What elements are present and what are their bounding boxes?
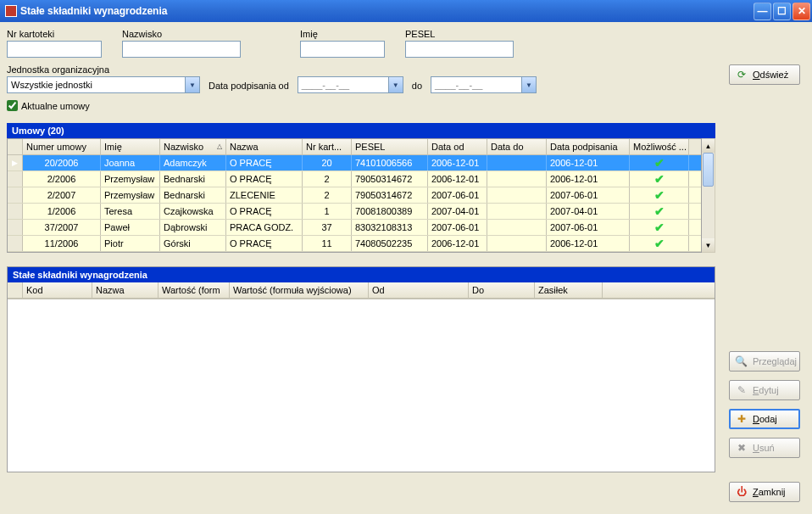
aktualne-umowy-checkbox[interactable] (7, 100, 18, 111)
scroll-down-icon[interactable]: ▼ (702, 238, 715, 252)
col-nazwisko[interactable]: Nazwisko△ (160, 139, 226, 154)
col-imie[interactable]: Imię (101, 139, 160, 154)
refresh-button[interactable]: ⟳ Odśwież (729, 64, 800, 85)
refresh-icon: ⟳ (735, 69, 748, 81)
delete-button: ✖ Usuń (729, 438, 800, 458)
checkmark-icon: ✔ (654, 221, 665, 234)
col-zasilek[interactable]: Zasiłek (535, 282, 603, 298)
edit-icon: ✎ (735, 384, 748, 397)
maximize-button[interactable]: ☐ (773, 3, 791, 20)
checkmark-icon: ✔ (654, 188, 665, 202)
window-title: Stałe składniki wynagrodzenia (20, 5, 167, 17)
imie-input[interactable] (300, 41, 385, 58)
jednostka-combo[interactable]: Wszystkie jednostki ▼ (7, 76, 200, 93)
checkmark-icon: ✔ (654, 237, 665, 250)
add-button[interactable]: ✚ Dodaj (729, 409, 800, 429)
chevron-down-icon: ▼ (388, 77, 403, 92)
col-numer[interactable]: Numer umowy (23, 139, 101, 154)
skladniki-header: Stałe składniki wynagrodzenia (8, 267, 715, 282)
nr-kartoteki-input[interactable] (7, 41, 102, 58)
refresh-label-rest: dśwież (760, 70, 789, 80)
umowy-header: Umowy (20) (7, 123, 715, 138)
imie-label: Imię (300, 29, 385, 39)
table-row[interactable]: 37/2007PawełDąbrowskiPRACA GODZ.37830321… (8, 220, 701, 236)
col-kod[interactable]: Kod (23, 282, 92, 298)
table-row[interactable]: 11/2006PiotrGórskiO PRACĘ117408050223520… (8, 236, 701, 252)
chevron-down-icon: ▼ (521, 77, 536, 92)
date-do-combo[interactable]: ____-__-__ ▼ (431, 76, 537, 93)
view-icon: 🔍 (735, 355, 748, 368)
umowy-grid[interactable]: Numer umowy Imię Nazwisko△ Nazwa Nr kart… (7, 138, 702, 253)
app-icon (5, 5, 17, 17)
date-do-label: do (412, 81, 422, 93)
app-window: Stałe składniki wynagrodzenia — ☐ ✕ Nr k… (0, 0, 812, 514)
checkmark-icon: ✔ (654, 172, 665, 186)
col-data-podp[interactable]: Data podpisania (547, 139, 630, 154)
col-wartosc-form[interactable]: Wartość (form (159, 282, 230, 298)
umowy-columns: Numer umowy Imię Nazwisko△ Nazwa Nr kart… (8, 139, 701, 155)
minimize-button[interactable]: — (754, 3, 771, 20)
umowy-scrollbar[interactable]: ▲ ▼ (702, 138, 715, 253)
nazwisko-label: Nazwisko (122, 29, 241, 39)
scroll-thumb[interactable] (703, 153, 714, 187)
power-icon: ⏻ (735, 486, 748, 499)
close-dialog-button[interactable]: ⏻ Zamknij (729, 482, 800, 502)
date-od-combo[interactable]: ____-__-__ ▼ (298, 76, 403, 93)
table-row[interactable]: 2/2006PrzemysławBednarskiO PRACĘ27905031… (8, 171, 701, 187)
sort-asc-icon: △ (217, 141, 222, 153)
checkmark-icon: ✔ (654, 204, 665, 218)
data-podpisania-od-label: Data podpisania od (209, 81, 289, 93)
col-wartosc-wyj[interactable]: Wartość (formuła wyjściowa) (230, 282, 369, 298)
table-row[interactable]: 1/2006TeresaCzajkowskaO PRACĘ17008180038… (8, 204, 701, 220)
col-nazwa2[interactable]: Nazwa (92, 282, 159, 298)
col-nrkart[interactable]: Nr kart... (303, 139, 352, 154)
view-label: Przeglądaj (753, 356, 797, 366)
jednostka-label: Jednostka organizacyjna (7, 64, 200, 75)
edit-button: ✎ Edytuj (729, 380, 800, 400)
pesel-input[interactable] (405, 41, 514, 58)
titlebar: Stałe składniki wynagrodzenia — ☐ ✕ (0, 0, 812, 22)
scroll-up-icon[interactable]: ▲ (702, 139, 715, 153)
col-do[interactable]: Do (469, 282, 535, 298)
checkmark-icon: ✔ (654, 156, 665, 170)
table-row[interactable]: ▶20/2006JoannaAdamczykO PRACĘ20741010065… (8, 155, 701, 171)
view-button: 🔍 Przeglądaj (729, 351, 800, 372)
date-do-value: ____-__-__ (431, 80, 521, 90)
nazwisko-input[interactable] (122, 41, 241, 58)
date-od-value: ____-__-__ (298, 80, 388, 90)
close-button[interactable]: ✕ (793, 3, 810, 20)
jednostka-value: Wszystkie jednostki (8, 80, 185, 90)
add-icon: ✚ (735, 413, 748, 426)
col-data-od[interactable]: Data od (428, 139, 487, 154)
skladniki-grid[interactable]: Stałe składniki wynagrodzenia Kod Nazwa … (7, 266, 715, 472)
table-row[interactable]: 2/2007PrzemysławBednarskiZLECENIE2790503… (8, 187, 701, 204)
col-nazwa[interactable]: Nazwa (226, 139, 303, 154)
aktualne-umowy-label: Aktualne umowy (21, 101, 90, 111)
col-pesel[interactable]: PESEL (352, 139, 428, 154)
col-mozliwosc[interactable]: Możliwość ... (630, 139, 689, 154)
col-od[interactable]: Od (369, 282, 469, 298)
nr-kartoteki-label: Nr kartoteki (7, 29, 102, 39)
chevron-down-icon: ▼ (185, 77, 199, 92)
col-data-do[interactable]: Data do (487, 139, 547, 154)
pesel-label: PESEL (405, 29, 514, 39)
delete-icon: ✖ (735, 442, 748, 455)
